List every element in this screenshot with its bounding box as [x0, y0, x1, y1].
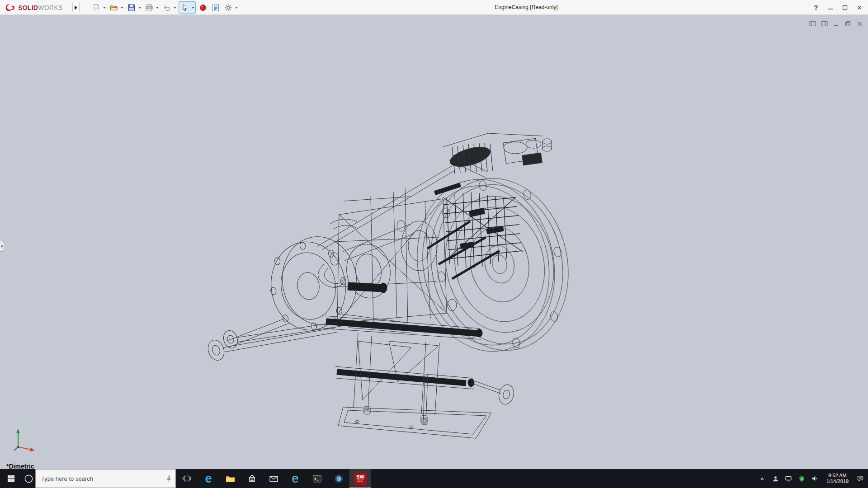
taskbar-clock[interactable]: 9:52 AM 1/14/2019	[823, 473, 852, 484]
edge-logo-icon: e	[205, 473, 212, 485]
store-bag-icon	[248, 474, 256, 483]
sw-badge-year: 2017	[357, 479, 363, 483]
undo-button[interactable]	[161, 2, 172, 13]
properties-sheet-icon	[212, 4, 220, 12]
solidworks-brand: SOLIDWORKS	[4, 0, 63, 15]
options-group	[222, 2, 239, 13]
app-icon-mail[interactable]	[263, 469, 284, 488]
windows-logo-icon	[7, 475, 15, 483]
person-icon	[772, 475, 779, 482]
undo-dropdown[interactable]	[172, 2, 177, 13]
view-orientation-label: *Dimetric	[6, 463, 34, 469]
doc-close-icon	[857, 21, 863, 27]
select-tool-dropdown[interactable]	[190, 2, 195, 13]
options-button[interactable]	[222, 2, 234, 13]
solidworks-window: SOLIDWORKS	[0, 0, 868, 488]
doc-minimize-icon	[833, 21, 839, 27]
task-view-button[interactable]	[176, 469, 198, 488]
close-button[interactable]	[854, 2, 865, 13]
clock-date: 1/14/2019	[826, 479, 849, 484]
document-close-button[interactable]	[856, 20, 863, 27]
task-view-icon	[182, 475, 191, 482]
document-window-controls	[809, 20, 863, 27]
appearance-sphere-icon	[199, 4, 207, 12]
window-controls: ?	[810, 0, 865, 15]
graphics-area[interactable]: *Dimetric	[0, 15, 868, 469]
save-group	[126, 2, 142, 13]
appearances-button[interactable]	[197, 2, 208, 13]
file-explorer-icon	[225, 474, 236, 483]
origin-triad	[11, 427, 36, 453]
action-center-icon	[857, 475, 864, 482]
panel-tab-dot-icon	[1, 245, 3, 247]
feature-panel-expand-tab[interactable]	[0, 241, 4, 252]
network-monitor-icon	[785, 475, 792, 482]
doc-restore-icon	[845, 21, 851, 27]
select-cursor-icon	[181, 4, 189, 12]
help-icon: ?	[814, 4, 818, 11]
solidworks-app-icon: SW 2017	[354, 473, 367, 485]
app-icon-solidworks[interactable]: SW 2017	[349, 469, 371, 488]
maximize-button[interactable]	[839, 2, 851, 13]
minimize-button[interactable]	[825, 2, 836, 13]
print-group	[143, 2, 160, 13]
open-folder-icon	[110, 4, 118, 12]
command-prompt-icon	[312, 474, 322, 483]
cortana-circle-icon	[24, 474, 33, 483]
app-icon-store[interactable]	[241, 469, 263, 488]
save-dropdown[interactable]	[137, 2, 142, 13]
mail-envelope-icon	[269, 475, 278, 483]
maximize-icon	[842, 5, 848, 10]
undo-icon	[163, 4, 171, 12]
quick-toolbar	[90, 0, 239, 15]
start-button[interactable]	[0, 469, 22, 488]
clock-time: 9:52 AM	[828, 473, 846, 479]
save-button[interactable]	[126, 2, 137, 13]
titlebar: SOLIDWORKS	[0, 0, 868, 15]
open-button[interactable]	[108, 2, 119, 13]
pane-right-icon	[821, 21, 828, 27]
open-group	[108, 2, 124, 13]
taskbar-left: e e S SW 2017	[0, 469, 371, 488]
microphone-button[interactable]	[162, 475, 175, 483]
file-properties-button[interactable]	[210, 2, 221, 13]
shield-icon	[798, 475, 805, 482]
app-icon-edge[interactable]: e	[198, 469, 219, 488]
new-document-button[interactable]	[90, 2, 102, 13]
people-tray-button[interactable]	[770, 469, 780, 488]
print-button[interactable]	[143, 2, 155, 13]
open-dropdown[interactable]	[119, 2, 124, 13]
options-dropdown[interactable]	[234, 2, 239, 13]
menu-expand-button[interactable]	[72, 3, 80, 12]
microphone-icon	[166, 475, 172, 483]
engine-casing-wireframe-model[interactable]	[199, 129, 583, 454]
show-hidden-icons-button[interactable]: ^	[757, 469, 767, 488]
app-icon-command-prompt[interactable]	[306, 469, 328, 488]
cortana-button[interactable]	[22, 469, 35, 488]
app-icon-internet-explorer[interactable]: e	[284, 469, 306, 488]
search-input[interactable]	[36, 469, 162, 488]
volume-tray-button[interactable]	[810, 469, 820, 488]
app-icon-skype[interactable]: S	[328, 469, 349, 488]
brand-solid: SOLID	[18, 4, 38, 11]
network-tray-button[interactable]	[783, 469, 793, 488]
dock-pane-left-button[interactable]	[809, 20, 816, 27]
new-document-dropdown[interactable]	[102, 2, 107, 13]
help-button[interactable]: ?	[810, 2, 822, 13]
dock-pane-right-button[interactable]	[821, 20, 828, 27]
speaker-icon	[811, 475, 818, 482]
select-tool-button[interactable]	[179, 2, 190, 13]
3ds-logo-icon	[4, 4, 16, 12]
document-restore-button[interactable]	[844, 20, 852, 27]
close-icon	[857, 5, 862, 10]
new-document-icon	[92, 4, 100, 12]
chevron-up-icon: ^	[760, 476, 764, 483]
security-tray-button[interactable]	[797, 469, 807, 488]
save-icon	[127, 4, 136, 12]
taskbar-search-box[interactable]	[35, 469, 176, 488]
action-center-button[interactable]	[855, 469, 865, 488]
document-minimize-button[interactable]	[832, 20, 840, 27]
print-dropdown[interactable]	[155, 2, 160, 13]
app-icon-file-explorer[interactable]	[219, 469, 241, 488]
skype-letter: S	[337, 476, 340, 481]
